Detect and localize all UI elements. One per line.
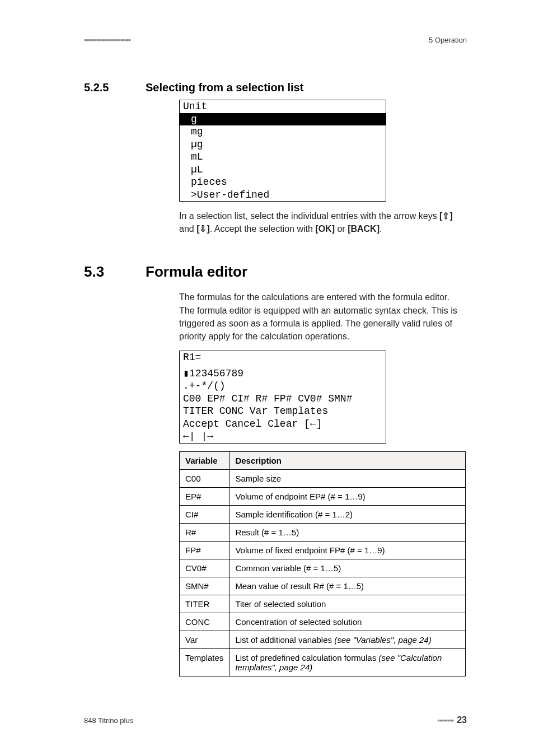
caption-text: . Accept the selection with (210, 224, 316, 234)
var-cell: CI# (180, 505, 229, 523)
unit-row: pieces (180, 176, 386, 189)
key-ok: [OK] (315, 224, 335, 234)
formula-editor-screenshot: R1= ▮123456789 .+-*/() C00 EP# CI# R# FP… (179, 351, 386, 444)
var-cell: CONC (180, 613, 229, 631)
table-row: TITER Titer of selected solution (180, 595, 466, 613)
desc-cell: Mean value of result R# (# = 1…5) (229, 577, 466, 595)
key-up: [⇧] (439, 211, 453, 221)
heading-53: 5.3Formula editor (84, 263, 467, 281)
desc-cell: List of additional variables (see "Varia… (229, 631, 466, 648)
unit-row: >User-defined (180, 189, 386, 202)
heading-525: 5.2.5Selecting from a selection list (84, 81, 467, 94)
desc-cell: Common variable (# = 1…5) (229, 559, 466, 577)
editor-line: C00 EP# CI# R# FP# CV0# SMN# (180, 393, 386, 405)
unit-selection-screenshot: Unit g mg µg mL µL pieces >User-defined (179, 100, 386, 202)
table-row: Var List of additional variables (see "V… (180, 631, 466, 648)
footer-ornament: ▪▪▪▪▪▪▪▪ (437, 716, 453, 725)
table-row: SMN# Mean value of result R# (# = 1…5) (180, 577, 466, 595)
desc-cell: Sample identification (# = 1…2) (229, 505, 466, 523)
footer-page-wrap: ▪▪▪▪▪▪▪▪23 (437, 715, 467, 725)
header-ornament: ▪▪▪▪▪▪▪▪▪▪▪▪▪▪▪▪▪▪▪▪▪▪▪ (84, 36, 130, 44)
table-row: R# Result (# = 1…5) (180, 523, 466, 541)
section-525-caption: In a selection list, select the individu… (179, 209, 467, 235)
table-row: CONC Concentration of selected solution (180, 613, 466, 631)
desc-cell: Titer of selected solution (229, 595, 466, 613)
desc-text: List of predefined calculation formulas (235, 653, 378, 662)
unit-screenshot-title: Unit (180, 100, 386, 113)
desc-cell: Volume of fixed endpoint FP# (# = 1…9) (229, 541, 466, 559)
table-row: C00 Sample size (180, 469, 466, 487)
unit-selected-row: g (180, 113, 386, 126)
caption-text: or (335, 224, 348, 234)
key-down: [⇩] (196, 224, 210, 234)
editor-line: TITER CONC Var Templates (180, 405, 386, 418)
table-header-variable: Variable (180, 451, 229, 469)
page-content: 5.2.5Selecting from a selection list Uni… (84, 70, 467, 676)
editor-line: ▮123456789 (180, 367, 386, 380)
section-53-body: The formulas for the calculations are en… (179, 291, 467, 676)
editor-line: .+-*/() (180, 380, 386, 393)
desc-cell: Volume of endpoint EP# (# = 1…9) (229, 487, 466, 505)
table-row: CV0# Common variable (# = 1…5) (180, 559, 466, 577)
var-cell: Var (180, 631, 229, 648)
unit-row: mL (180, 151, 386, 164)
page-number: 23 (457, 715, 467, 725)
unit-row: mg (180, 125, 386, 138)
var-cell: SMN# (180, 577, 229, 595)
desc-text: List of additional variables (235, 635, 334, 645)
heading-53-number: 5.3 (84, 263, 146, 281)
table-header-description: Description (229, 451, 466, 469)
var-cell: R# (180, 523, 229, 541)
table-row: EP# Volume of endpoint EP# (# = 1…9) (180, 487, 466, 505)
table-row: Templates List of predefined calculation… (180, 648, 466, 676)
table-header-row: Variable Description (180, 451, 466, 469)
var-cell: TITER (180, 595, 229, 613)
unit-row: µL (180, 164, 386, 176)
unit-row: µg (180, 138, 386, 151)
table-row: CI# Sample identification (# = 1…2) (180, 505, 466, 523)
caption-text: In a selection list, select the individu… (179, 211, 439, 221)
table-row: FP# Volume of fixed endpoint FP# (# = 1…… (180, 541, 466, 559)
editor-line: ←| |→ (180, 430, 386, 443)
variable-table: Variable Description C00 Sample size EP#… (179, 451, 466, 676)
breadcrumb: 5 Operation (429, 36, 467, 44)
editor-line: Accept Cancel Clear [←] (180, 418, 386, 431)
desc-reference: (see "Variables", page 24) (334, 635, 432, 645)
desc-cell: Sample size (229, 469, 466, 487)
heading-525-number: 5.2.5 (84, 81, 146, 94)
key-back: [BACK] (348, 224, 380, 234)
heading-525-title: Selecting from a selection list (146, 81, 303, 94)
page-header: ▪▪▪▪▪▪▪▪▪▪▪▪▪▪▪▪▪▪▪▪▪▪▪ 5 Operation (84, 36, 467, 44)
editor-title: R1= (180, 351, 386, 364)
heading-53-title: Formula editor (146, 263, 247, 280)
var-cell: C00 (180, 469, 229, 487)
desc-cell: List of predefined calculation formulas … (229, 648, 466, 676)
section-525-body: Unit g mg µg mL µL pieces >User-defined … (179, 100, 467, 235)
caption-text: . (380, 224, 382, 234)
var-cell: FP# (180, 541, 229, 559)
var-cell: EP# (180, 487, 229, 505)
footer-product-name: 848 Titrino plus (84, 716, 133, 725)
desc-cell: Result (# = 1…5) (229, 523, 466, 541)
section-53-intro: The formulas for the calculations are en… (179, 291, 467, 343)
var-cell: CV0# (180, 559, 229, 577)
var-cell: Templates (180, 648, 229, 676)
caption-text: and (179, 224, 196, 234)
page-footer: 848 Titrino plus ▪▪▪▪▪▪▪▪23 (84, 715, 467, 725)
desc-cell: Concentration of selected solution (229, 613, 466, 631)
